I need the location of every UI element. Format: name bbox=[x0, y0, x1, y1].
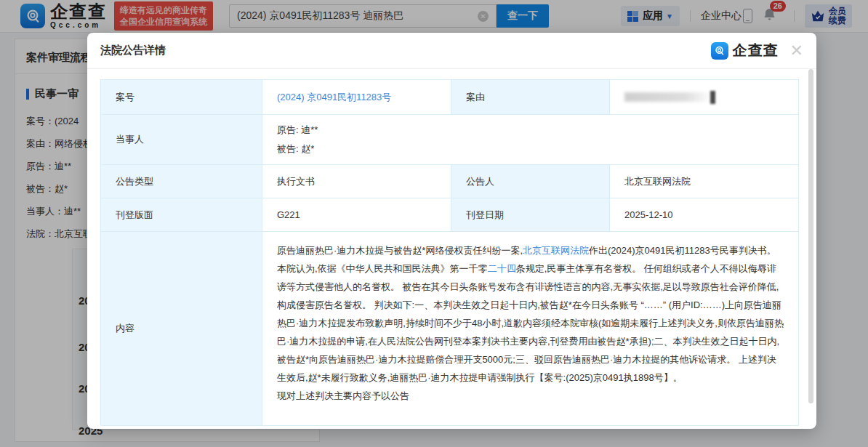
content-label: 内容 bbox=[101, 232, 262, 426]
modal-brand-name: 企查查 bbox=[733, 41, 779, 60]
content-text: 原告迪丽热巴·迪力木拉提与被告赵*网络侵权责任纠纷一案,北京互联网法院作出(20… bbox=[277, 241, 784, 387]
content-text-segment: 条规定,民事主体享有名誉权。 任何组织或者个人不得以侮辱诽谤等方式侵害他人的名誉… bbox=[277, 263, 784, 383]
case-number-link[interactable]: (2024) 京0491民初11283号 bbox=[277, 92, 391, 102]
page-value: G221 bbox=[262, 198, 451, 232]
announcer-value: 北京互联网法院 bbox=[610, 165, 799, 198]
party-line: 原告: 迪** bbox=[277, 121, 784, 140]
table-row: 案号 (2024) 京0491民初11283号 案由 bbox=[101, 80, 799, 115]
table-row: 公告类型 执行文书 公告人 北京互联网法院 bbox=[101, 165, 799, 198]
case-number-label: 案号 bbox=[101, 80, 262, 115]
party-line: 被告: 赵* bbox=[277, 140, 784, 158]
qcc-mini-logo-icon bbox=[711, 42, 728, 60]
parties-value: 原告: 迪**被告: 赵* bbox=[262, 115, 799, 165]
close-icon[interactable]: ✕ bbox=[790, 43, 803, 59]
table-row: 刊登版面 G221 刊登日期 2025-12-10 bbox=[101, 198, 799, 232]
date-label: 刊登日期 bbox=[451, 198, 610, 232]
modal-title: 法院公告详情 bbox=[100, 44, 166, 57]
cause-value-redacted bbox=[624, 91, 755, 104]
court-announcement-modal: 法院公告详情 企查查 ✕ 案号 (2024) 京0491民初11283号 案由 bbox=[87, 33, 816, 429]
content-value: 原告迪丽热巴·迪力木拉提与被告赵*网络侵权责任纠纷一案,北京互联网法院作出(20… bbox=[262, 232, 799, 426]
modal-scrollbar[interactable] bbox=[808, 69, 813, 403]
content-text-segment: 原告迪丽热巴·迪力木拉提与被告赵*网络侵权责任纠纷一案, bbox=[277, 245, 523, 256]
content-inline-link[interactable]: 二十四 bbox=[488, 263, 516, 274]
parties-label: 当事人 bbox=[101, 115, 262, 165]
notice-type-value: 执行文书 bbox=[262, 165, 451, 198]
announcement-detail-table: 案号 (2024) 京0491民初11283号 案由 当事人 原告: 迪**被告… bbox=[100, 79, 799, 426]
page-label: 刊登版面 bbox=[101, 198, 262, 232]
content-inline-link[interactable]: 北京互联网法院 bbox=[523, 245, 589, 256]
content-footer: 现对上述判决主要内容予以公告 bbox=[277, 387, 784, 405]
table-row: 内容 原告迪丽热巴·迪力木拉提与被告赵*网络侵权责任纠纷一案,北京互联网法院作出… bbox=[101, 232, 799, 426]
table-row: 当事人 原告: 迪**被告: 赵* bbox=[101, 115, 799, 165]
cause-label: 案由 bbox=[451, 80, 610, 115]
notice-type-label: 公告类型 bbox=[101, 165, 262, 198]
date-value: 2025-12-10 bbox=[610, 198, 799, 232]
announcer-label: 公告人 bbox=[451, 165, 610, 198]
